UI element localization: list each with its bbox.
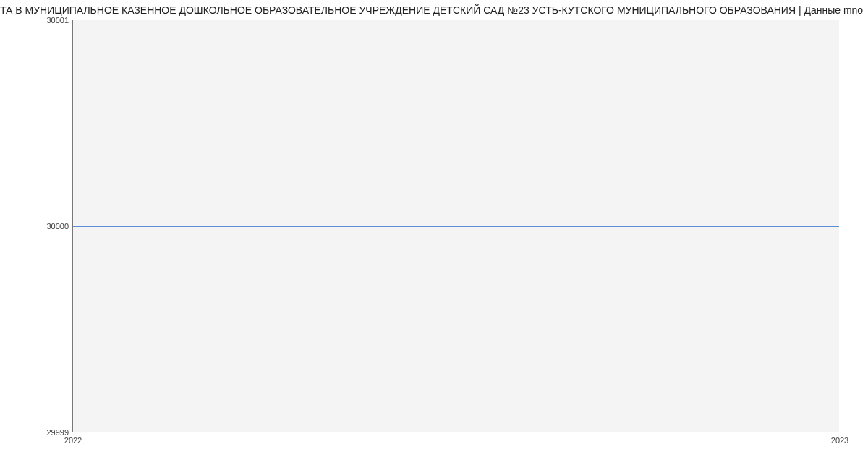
y-tick-label: 30000	[46, 222, 69, 231]
x-tick-label: 2022	[64, 436, 82, 445]
chart-container: ТА В МУНИЦИПАЛЬНОЕ КАЗЕННОЕ ДОШКОЛЬНОЕ О…	[0, 0, 868, 470]
y-tick-label: 30001	[46, 16, 69, 25]
chart-title: ТА В МУНИЦИПАЛЬНОЕ КАЗЕННОЕ ДОШКОЛЬНОЕ О…	[0, 4, 868, 16]
data-line	[73, 226, 839, 227]
x-tick-label: 2023	[831, 436, 848, 445]
plot-area: 29999300003000120222023	[72, 20, 839, 432]
